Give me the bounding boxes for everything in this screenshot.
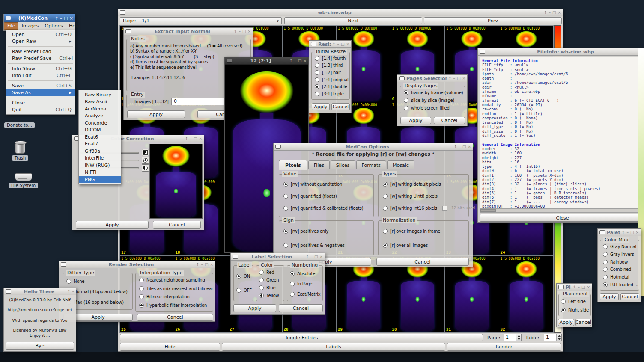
tab-mosaic[interactable]: Mosaic bbox=[387, 160, 414, 169]
radio-1-4-fourth[interactable]: [1:4] fourth bbox=[315, 56, 348, 61]
radio-1-2-half[interactable]: [1:2] half bbox=[315, 70, 348, 75]
radio-dot-icon[interactable] bbox=[315, 84, 319, 89]
medcon-titlebar[interactable]: (X)MedCon ↑–□× bbox=[4, 14, 75, 22]
radio-dot-icon[interactable] bbox=[283, 182, 288, 187]
radio-hotmetal[interactable]: Hotmetal bbox=[603, 275, 638, 279]
radio-dot-icon[interactable] bbox=[283, 206, 288, 211]
tab-slices[interactable]: Slices bbox=[331, 160, 355, 169]
tab-pixels[interactable]: Pixels bbox=[279, 160, 307, 170]
apply-button[interactable]: Apply bbox=[76, 221, 149, 229]
window-buttons[interactable]: ↑–□× bbox=[332, 42, 349, 46]
radio-dot-icon[interactable] bbox=[315, 70, 319, 75]
radio-dot-icon[interactable] bbox=[561, 299, 566, 304]
radio-dot-icon[interactable] bbox=[283, 194, 288, 199]
radio-bilinear-interpolation[interactable]: Bilinear interpolation bbox=[139, 294, 212, 299]
radio-hyperbolic-filter-interpolation[interactable]: Hyperbolic-filter interpolation bbox=[139, 303, 212, 308]
tab-files[interactable]: Files bbox=[308, 160, 330, 169]
grid-cell-30[interactable]: 1 S=00s000 D=00s00030 bbox=[391, 256, 445, 332]
window-buttons[interactable]: ↑–□× bbox=[448, 76, 465, 80]
radio-dot-icon[interactable] bbox=[236, 288, 241, 293]
radio-ecat-matrix[interactable]: Ecat/Matrix bbox=[290, 292, 322, 297]
radio-slice-by-slice-image[interactable]: slice by slice (image) bbox=[404, 98, 464, 103]
radio-dot-icon[interactable] bbox=[139, 286, 144, 291]
radio-yellow[interactable]: Yellow bbox=[259, 293, 283, 298]
radio-absolute[interactable]: Absolute bbox=[290, 271, 322, 276]
radio-rw-quantified-floats[interactable]: [rw] quantified (floats) bbox=[283, 194, 372, 199]
radio-green[interactable]: Green bbox=[259, 278, 283, 282]
window-buttons[interactable]: ↑–□× bbox=[234, 29, 251, 33]
menu-item-info-show[interactable]: Info ShowCtrl+G bbox=[6, 65, 75, 72]
apply-button[interactable]: Apply bbox=[312, 103, 330, 110]
page-spinner-value[interactable]: 1 bbox=[504, 334, 516, 341]
grid-cell-29[interactable]: 1 S=00s000 D=00s00029 bbox=[337, 256, 391, 332]
menu-item-raw-ascii[interactable]: Raw Ascii bbox=[79, 98, 121, 106]
radio-dot-icon[interactable] bbox=[290, 271, 295, 276]
radio-gray-normal[interactable]: Gray Normal bbox=[603, 244, 638, 249]
close-icon[interactable]: × bbox=[635, 230, 639, 234]
hello-titlebar[interactable]: Hello There ↑– bbox=[4, 288, 76, 295]
options-titlebar[interactable]: MedCon Options ↑–□× bbox=[274, 143, 473, 151]
scrollbar-thumb[interactable] bbox=[480, 209, 496, 212]
radio-dot-icon[interactable] bbox=[290, 282, 295, 286]
contrast-icon-button[interactable] bbox=[142, 164, 149, 172]
cancel-button[interactable]: Cancel bbox=[331, 103, 350, 110]
menu-item-raw-binary[interactable]: Raw Binary bbox=[79, 91, 121, 98]
menu-item-concorde[interactable]: Concorde bbox=[79, 119, 121, 127]
radio-nearest-neighbour-sampling[interactable]: Nearest neighbour sampling bbox=[139, 278, 212, 282]
viewer-titlebar[interactable]: wb-cine.wbp ↑–□× bbox=[118, 9, 563, 16]
radio-dot-icon[interactable] bbox=[259, 285, 264, 290]
cancel-button[interactable]: Cancel bbox=[434, 117, 465, 124]
spinner-arrows-icon[interactable] bbox=[516, 334, 521, 341]
grid-cell-31[interactable]: 1 S=00s000 D=00s00031 bbox=[445, 256, 499, 332]
maximize-icon[interactable]: □ bbox=[552, 10, 556, 15]
radio-dot-icon[interactable] bbox=[315, 92, 319, 96]
radio-whole-screen-filled[interactable]: whole screen filled bbox=[404, 106, 464, 110]
radio-rw-without-quantitation[interactable]: [rw] without quantitation bbox=[283, 182, 372, 187]
window-buttons[interactable]: ↑–□× bbox=[622, 230, 639, 234]
apply-button[interactable]: Apply bbox=[558, 319, 574, 326]
radio-dot-icon[interactable] bbox=[383, 206, 388, 211]
radio-dot-icon[interactable] bbox=[603, 282, 608, 287]
render-button[interactable]: Render bbox=[447, 343, 561, 351]
radio-2-1-double[interactable]: [2:1] double bbox=[315, 84, 348, 89]
bye-button[interactable]: Bye bbox=[6, 342, 74, 350]
menu-item-interfile[interactable]: InterFile bbox=[79, 155, 121, 162]
window-buttons[interactable]: ↑–□× bbox=[185, 136, 202, 141]
radio-blue[interactable]: Blue bbox=[259, 285, 283, 290]
radio-lut-loaded[interactable]: LUT loaded ... bbox=[603, 282, 638, 287]
close-icon[interactable]: × bbox=[319, 255, 323, 259]
apply-button[interactable]: Apply bbox=[127, 110, 185, 118]
placement-titlebar[interactable]: Placement ↑–□× bbox=[557, 284, 592, 291]
menu-item-raw-predef-load[interactable]: Raw Predef Load bbox=[6, 48, 75, 55]
radio-w-writing-int16-pixels[interactable]: [w] writing Int16 pixels12 bits used bbox=[383, 206, 468, 211]
menubar-item-images[interactable]: Images bbox=[18, 23, 42, 29]
menu-item-close[interactable]: Close bbox=[6, 99, 75, 107]
radio-dot-icon[interactable] bbox=[66, 279, 71, 284]
gamma-icon-button[interactable] bbox=[142, 149, 149, 156]
menu-item-raw-predef-save[interactable]: Raw Predef SaveCtrl+I bbox=[6, 55, 75, 62]
palette-titlebar[interactable]: Palette ↑–□× bbox=[598, 229, 641, 236]
radio-dot-icon[interactable] bbox=[383, 243, 388, 248]
menu-item-open[interactable]: OpenCtrl+O bbox=[6, 31, 75, 38]
close-icon[interactable]: × bbox=[587, 285, 590, 289]
cancel-button[interactable]: Cancel bbox=[279, 304, 323, 312]
checkbox-12-bits-used[interactable] bbox=[442, 206, 447, 211]
radio-dot-icon[interactable] bbox=[283, 243, 288, 248]
spinner-arrows-icon[interactable] bbox=[556, 334, 561, 341]
radio-dot-icon[interactable] bbox=[383, 229, 388, 234]
close-icon[interactable]: × bbox=[247, 29, 251, 33]
radio-dot-icon[interactable] bbox=[383, 194, 388, 199]
radio-r-over-all-images[interactable]: [r] over all images bbox=[383, 243, 467, 248]
menu-item-analyze[interactable]: Analyze bbox=[79, 113, 121, 120]
menu-item-ecat6[interactable]: Ecat6 bbox=[79, 134, 121, 141]
render-selection-titlebar[interactable]: Render Selection ↑–□× bbox=[59, 261, 215, 268]
menu-item-open-raw[interactable]: Open Raw▶ bbox=[6, 38, 75, 45]
radio-in-page[interactable]: In Page bbox=[290, 282, 322, 286]
page-combo[interactable]: Page: 1/1 ▾ bbox=[120, 17, 282, 24]
radio-dot-icon[interactable] bbox=[315, 63, 319, 68]
close-icon[interactable]: × bbox=[199, 136, 202, 141]
menu-item-info-edit[interactable]: Info EditCtrl+F bbox=[6, 72, 75, 80]
desktop-icon-label[interactable]: File System bbox=[9, 183, 38, 188]
menu-item-ecat7[interactable]: Ecat7 bbox=[79, 141, 121, 148]
radio-none[interactable]: None bbox=[66, 279, 131, 284]
